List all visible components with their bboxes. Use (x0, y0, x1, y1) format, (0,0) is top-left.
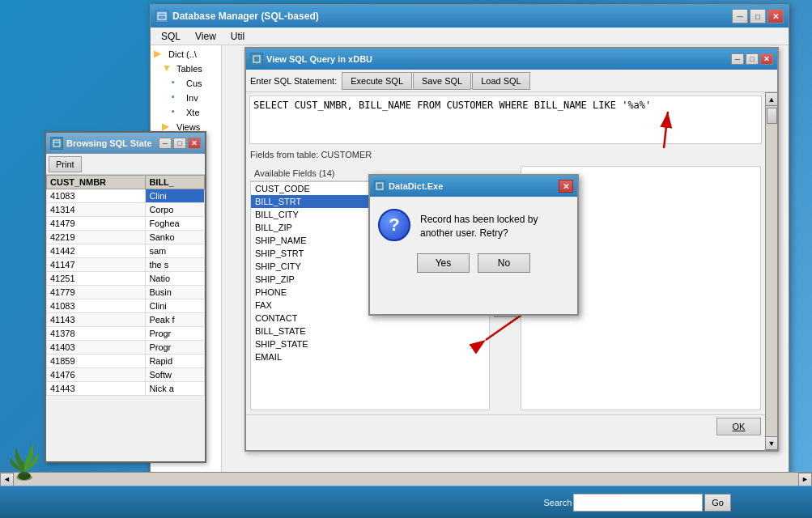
browse-window-controls: ─ □ ✕ (159, 138, 201, 149)
sql-label: Enter SQL Statement: (250, 76, 337, 86)
browse-close-btn[interactable]: ✕ (188, 138, 201, 149)
cell-bill: Nick a (146, 382, 205, 396)
execute-sql-btn[interactable]: Execute SQL (342, 72, 412, 90)
db-manager-icon (155, 10, 168, 23)
minimize-button[interactable]: ─ (732, 9, 748, 23)
search-label: Search (543, 498, 572, 507)
cell-bill: Peak f (146, 313, 205, 327)
browse-icon (50, 137, 63, 150)
field-item[interactable]: SHIP_STATE (251, 338, 489, 350)
browse-maximize-btn[interactable]: □ (173, 138, 186, 149)
cell-bill: Softw (146, 368, 205, 382)
svg-rect-0 (158, 13, 166, 19)
maximize-button[interactable]: □ (750, 9, 766, 23)
cell-bill: Clini (146, 299, 205, 313)
sql-minimize-btn[interactable]: ─ (731, 53, 744, 65)
expand-icon: ▶ (154, 48, 167, 61)
field-item[interactable]: EMAIL (251, 350, 489, 363)
question-icon: ? (378, 209, 410, 241)
browse-title: Browsing SQL State (66, 138, 155, 148)
tree-item-dict[interactable]: ▶ Dict (..\ (152, 47, 219, 62)
table-icon: ▪ (172, 106, 185, 119)
table-row[interactable]: 41083Clini (47, 189, 205, 203)
no-button[interactable]: No (478, 253, 530, 273)
cell-cust: 42219 (47, 231, 146, 244)
cell-bill: the s (146, 258, 205, 272)
cell-bill: Clini (146, 189, 205, 203)
scroll-up-arrow[interactable]: ▲ (765, 92, 778, 106)
cell-bill: Corpo (146, 203, 205, 217)
ok-button[interactable]: OK (716, 418, 761, 435)
dialog-titlebar: DataDict.Exe ✕ (370, 176, 577, 197)
cell-cust: 41143 (47, 313, 146, 327)
tree-item-xte[interactable]: ▪ Xte (152, 105, 219, 120)
browse-window: Browsing SQL State ─ □ ✕ Print CUST_NMBR… (45, 131, 206, 463)
tree-item-inv[interactable]: ▪ Inv (152, 91, 219, 105)
browse-titlebar: Browsing SQL State ─ □ ✕ (46, 133, 205, 154)
load-sql-btn[interactable]: Load SQL (472, 72, 530, 90)
table-row[interactable]: 41443Nick a (47, 382, 205, 396)
cell-cust: 41251 (47, 272, 146, 286)
scroll-track[interactable] (14, 473, 798, 486)
cell-cust: 41378 (47, 327, 146, 341)
search-input[interactable] (573, 494, 703, 512)
scroll-thumb[interactable] (767, 108, 777, 124)
sql-toolbar: Enter SQL Statement: Execute SQL Save SQ… (246, 70, 777, 92)
dialog-icon-app (374, 180, 385, 192)
svg-point-11 (16, 474, 32, 481)
sql-window-titlebar: View SQL Query in xDBU ─ □ ✕ (246, 49, 777, 70)
browse-table-container: CUST_NMBR BILL_ 41083Clini41314Corpo4147… (46, 175, 205, 461)
table-row[interactable]: 41251Natio (47, 272, 205, 286)
save-sql-btn[interactable]: Save SQL (413, 72, 471, 90)
table-row[interactable]: 41479Foghea (47, 217, 205, 231)
table-row[interactable]: 41083Clini (47, 299, 205, 313)
table-row[interactable]: 41403Progr (47, 341, 205, 355)
tree-item-tables[interactable]: ▼ Tables (152, 62, 219, 76)
sql-window-title: View SQL Query in xDBU (266, 54, 728, 64)
svg-rect-2 (53, 140, 60, 146)
cell-bill: Sanko (146, 231, 205, 244)
close-button[interactable]: ✕ (767, 9, 784, 23)
menubar: SQL View Util (151, 28, 789, 45)
cell-cust: 41476 (47, 368, 146, 382)
folder-icon: ▼ (162, 62, 175, 75)
yes-button[interactable]: Yes (417, 253, 470, 273)
sql-footer: OK (246, 414, 765, 437)
table-row[interactable]: 41147the s (47, 258, 205, 272)
print-button[interactable]: Print (49, 156, 82, 172)
tree-item-cus[interactable]: ▪ Cus (152, 76, 219, 91)
table-row[interactable]: 41143Peak f (47, 313, 205, 327)
table-row[interactable]: 42219Sanko (47, 231, 205, 244)
menu-sql[interactable]: SQL (155, 29, 187, 44)
table-row[interactable]: 41476Softw (47, 368, 205, 382)
sql-scrollbar[interactable]: ▲ ▼ (765, 92, 777, 450)
browse-minimize-btn[interactable]: ─ (159, 138, 172, 149)
cell-cust: 41859 (47, 355, 146, 368)
sql-text-area[interactable]: SELECT CUST_NMBR, BILL_NAME FROM CUSTOME… (249, 96, 762, 144)
table-row[interactable]: 41442sam (47, 244, 205, 258)
cell-cust: 41442 (47, 244, 146, 258)
table-row[interactable]: 41779Busin (47, 286, 205, 299)
sql-maximize-btn[interactable]: □ (746, 53, 759, 65)
cell-cust: 41083 (47, 189, 146, 203)
sql-window-icon (250, 53, 263, 66)
scroll-right-arrow[interactable]: ► (798, 473, 812, 486)
db-manager-title: Database Manager (SQL-based) (172, 11, 728, 22)
dialog-close-button[interactable]: ✕ (559, 180, 573, 193)
dialog-title: DataDict.Exe (389, 181, 555, 191)
cell-cust: 41083 (47, 299, 146, 313)
scroll-down-arrow[interactable]: ▼ (765, 436, 778, 450)
db-manager-window-controls: ─ □ ✕ (732, 9, 784, 23)
cell-bill: sam (146, 244, 205, 258)
table-row[interactable]: 41314Corpo (47, 203, 205, 217)
cell-bill: Busin (146, 286, 205, 299)
sql-close-btn[interactable]: ✕ (760, 53, 773, 65)
menu-util[interactable]: Util (224, 29, 251, 44)
browse-table: CUST_NMBR BILL_ 41083Clini41314Corpo4147… (46, 175, 205, 396)
go-button[interactable]: Go (704, 494, 731, 512)
table-row[interactable]: 41859Rapid (47, 355, 205, 368)
menu-view[interactable]: View (189, 29, 223, 44)
bottom-scrollbar: ◄ ► (0, 472, 812, 486)
field-item[interactable]: BILL_STATE (251, 325, 489, 338)
table-row[interactable]: 41378Progr (47, 327, 205, 341)
